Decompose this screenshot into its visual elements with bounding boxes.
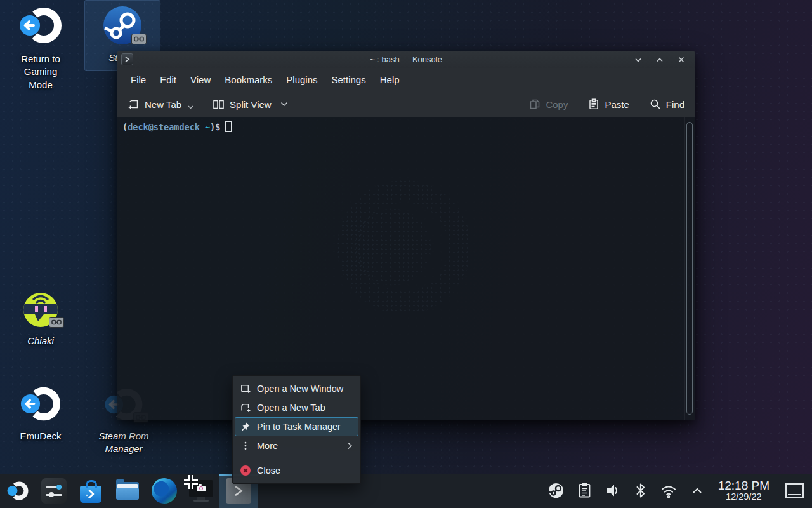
close-icon — [240, 465, 251, 476]
clock-date: 12/29/22 — [718, 492, 769, 502]
system-tray: 12:18 PM 12/29/22 — [547, 479, 812, 502]
menu-bar: File Edit View Bookmarks Plugins Setting… — [117, 68, 695, 91]
system-settings-button[interactable] — [36, 474, 72, 508]
menu-edit[interactable]: Edit — [153, 68, 183, 91]
desktop-icon-emudeck[interactable]: EmuDeck — [14, 384, 67, 443]
paste-button[interactable]: Paste — [588, 98, 629, 110]
menu-item-close[interactable]: Close — [235, 461, 358, 480]
shortcut-emblem-icon — [131, 34, 147, 44]
return-to-gaming-mode-icon — [17, 4, 64, 47]
menu-item-open-new-tab[interactable]: Open a New Tab — [235, 398, 358, 417]
show-desktop-button[interactable] — [785, 483, 804, 498]
menu-file[interactable]: File — [124, 68, 153, 91]
pin-icon — [240, 422, 251, 432]
toolbar: New Tab Split View C — [117, 91, 695, 117]
new-window-icon — [240, 384, 251, 394]
discover-icon — [80, 486, 102, 503]
scrollbar-track[interactable] — [684, 117, 695, 420]
menu-item-more[interactable]: More — [235, 436, 358, 455]
window-title: ~ : bash — Konsole — [117, 55, 695, 64]
maximize-button[interactable] — [652, 53, 668, 67]
steam-icon — [102, 5, 143, 46]
window-titlebar[interactable]: ~ : bash — Konsole — [117, 51, 695, 68]
terminal-cursor — [225, 121, 232, 132]
bluetooth-tray-icon[interactable] — [634, 482, 648, 499]
screenshot-tool-icon — [188, 478, 214, 504]
menu-item-pin-to-task-manager[interactable]: Pin to Task Manager — [235, 417, 358, 436]
wifi-tray-icon[interactable] — [660, 483, 678, 499]
discover-button[interactable] — [72, 474, 109, 508]
close-button[interactable] — [673, 53, 690, 67]
menu-view[interactable]: View — [183, 68, 218, 91]
dolphin-file-manager-button[interactable] — [109, 474, 146, 508]
menu-settings[interactable]: Settings — [325, 68, 373, 91]
new-tab-icon — [240, 403, 251, 413]
menu-plugins[interactable]: Plugins — [279, 68, 324, 91]
menu-help[interactable]: Help — [373, 68, 407, 91]
scrollbar-thumb[interactable] — [686, 122, 693, 415]
screenshot-tool-button[interactable] — [183, 474, 219, 508]
konsole-app-icon — [121, 53, 133, 65]
menu-separator — [239, 458, 355, 458]
menu-bookmarks[interactable]: Bookmarks — [218, 68, 279, 91]
edge-browser-icon — [152, 478, 177, 504]
terminal-area[interactable]: (deck@steamdeck~)$ — [117, 117, 695, 420]
bag-handle — [86, 480, 97, 488]
expand-tray-chevron-icon[interactable] — [690, 483, 705, 498]
window-controls — [630, 53, 695, 67]
clock[interactable]: 12:18 PM 12/29/22 — [718, 479, 769, 502]
desktop-icon-label: EmuDeck — [20, 430, 61, 443]
system-settings-icon — [41, 478, 67, 504]
desktop-icon-return-to-gaming-mode[interactable]: Return to Gaming Mode — [14, 4, 67, 91]
paste-icon — [588, 98, 599, 110]
taskbar-context-menu: Open a New Window Open a New Tab Pin to … — [232, 375, 361, 484]
application-launcher-button[interactable] — [0, 474, 36, 508]
split-view-icon — [213, 98, 225, 110]
new-tab-caret-icon — [188, 105, 193, 109]
desktop-icon-label: Return to Gaming Mode — [14, 53, 67, 91]
steam-tray-icon[interactable] — [547, 482, 565, 499]
shortcut-emblem-icon — [49, 317, 64, 328]
menu-item-open-new-window[interactable]: Open a New Window — [235, 379, 358, 398]
konsole-window: ~ : bash — Konsole File Edit View Bookma… — [117, 51, 695, 420]
submenu-chevron-icon — [347, 442, 353, 450]
copy-button[interactable]: Copy — [529, 98, 568, 110]
split-view-button[interactable]: Split View — [213, 98, 288, 110]
volume-tray-icon[interactable] — [605, 482, 622, 499]
terminal-prompt: (deck@steamdeck~)$ — [122, 121, 690, 132]
clipboard-tray-icon[interactable] — [577, 482, 593, 499]
find-button[interactable]: Find — [650, 98, 684, 110]
edge-browser-button[interactable] — [146, 474, 183, 508]
dolphin-folder-icon — [116, 482, 139, 500]
minimize-button[interactable] — [630, 53, 646, 67]
new-tab-icon — [128, 98, 140, 110]
more-icon — [240, 441, 251, 451]
application-launcher-icon — [6, 479, 30, 503]
desktop-icon-chiaki[interactable]: Chiaki — [15, 290, 66, 347]
emudeck-icon — [18, 384, 63, 424]
taskbar: 12:18 PM 12/29/22 — [0, 474, 812, 508]
desktop-icon-label: Chiaki — [27, 335, 54, 347]
new-tab-button[interactable]: New Tab — [128, 98, 193, 110]
desktop-icon-label: Steam Rom Manager — [98, 430, 148, 456]
clock-time: 12:18 PM — [718, 479, 769, 493]
chiaki-icon — [21, 290, 60, 329]
split-view-chevron-icon — [280, 102, 288, 107]
find-icon — [650, 98, 661, 110]
copy-icon — [529, 98, 540, 110]
